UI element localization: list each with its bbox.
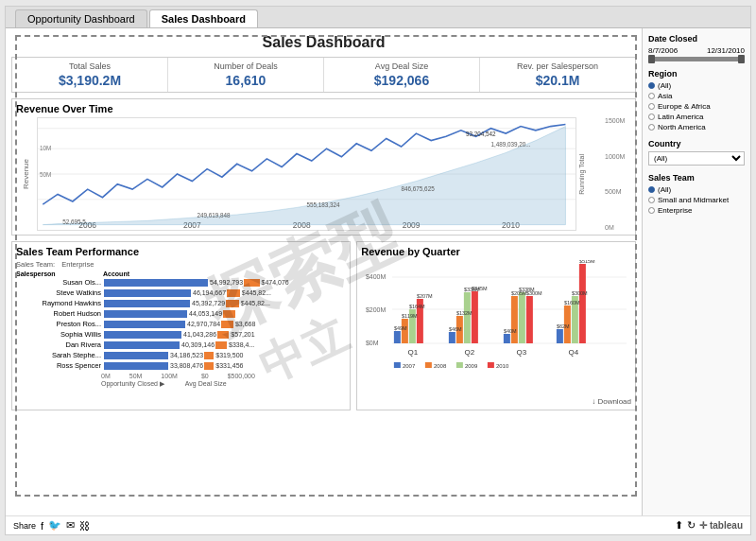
svg-text:$46M: $46M [449, 326, 462, 332]
bar-group: 40,309,146 $338,4... [104, 341, 254, 349]
region-asia[interactable]: Asia [648, 92, 745, 100]
table-row: Raymond Hawkins 45,392,729 $445,82... [16, 299, 346, 307]
avg-deal-bar [204, 352, 214, 359]
svg-text:$300M: $300M [526, 290, 542, 296]
date-range: 8/7/2006 12/31/2010 [648, 46, 745, 55]
svg-text:249,619,848: 249,619,848 [198, 212, 232, 218]
avg-deal-value: $445,82... [242, 289, 271, 296]
kpi-total-sales: Total Sales $3,190.2M [12, 58, 168, 92]
svg-text:$49M: $49M [394, 325, 407, 331]
salesperson-name: Preston Ros... [16, 320, 101, 328]
region-asia-label: Asia [658, 92, 673, 100]
download-btn[interactable]: ↓ Download [361, 397, 631, 406]
kpi-deals: Number of Deals 16,610 [168, 58, 324, 92]
svg-text:$400M: $400M [366, 273, 387, 280]
region-all[interactable]: (All) [648, 81, 745, 90]
region-north[interactable]: North America [648, 123, 745, 131]
y-axis-revenue: Revenue [16, 117, 37, 231]
sales-team-filter-section: Sales Team (All) Small and Midmarket Ent… [648, 173, 745, 215]
kpi-rev-person: Rev. per Salesperson $20.1M [480, 58, 635, 92]
sidebar: Date Closed 8/7/2006 12/31/2010 Region (… [642, 28, 750, 533]
region-label: Region [648, 69, 745, 79]
opportunity-bar [104, 362, 168, 370]
salesperson-name: Sophia Willis [16, 330, 101, 339]
svg-text:$40M: $40M [504, 328, 517, 334]
revenue-by-quarter-section: Revenue by Quarter $400M $200M $0M [356, 241, 636, 410]
email-icon[interactable]: ✉ [66, 519, 75, 532]
opportunity-value: 41,043,286 [183, 331, 216, 338]
region-latin[interactable]: Latin America [648, 113, 745, 121]
svg-text:2009: 2009 [465, 363, 478, 369]
country-section: Country (All) [648, 139, 745, 166]
region-section: Region (All) Asia Europe & Africa Latin … [648, 69, 745, 131]
opportunity-bar [104, 341, 180, 349]
revenue-section-title: Revenue Over Time [16, 103, 631, 114]
country-select[interactable]: (All) [648, 151, 745, 166]
avg-deal-value: $331,456 [215, 362, 243, 369]
bar-group: 45,392,729 $445,82... [104, 300, 270, 307]
st-enterprise[interactable]: Enterprise [648, 206, 745, 215]
y-axis-revenue-label: Revenue [22, 159, 30, 189]
svg-rect-55 [579, 264, 586, 343]
region-all-label: (All) [658, 81, 671, 90]
svg-rect-26 [402, 319, 408, 343]
svg-text:Q4: Q4 [569, 348, 579, 357]
slider-thumb-right[interactable] [738, 55, 745, 63]
svg-rect-43 [504, 334, 510, 343]
facebook-icon[interactable]: f [41, 520, 43, 532]
upload-icon[interactable]: ⬆ [675, 519, 683, 532]
kpi-deals-value: 16,610 [170, 73, 321, 88]
opportunity-value: 44,053,149 [189, 310, 222, 317]
opportunity-value: 33,808,476 [170, 362, 203, 369]
bar-group: 44,053,149 [104, 310, 237, 318]
table-row: Sophia Willis 41,043,286 $57,201 [16, 330, 346, 339]
date-closed-label: Date Closed [648, 34, 745, 44]
country-label: Country [648, 139, 745, 148]
opportunity-value: 46,194,667 [193, 289, 226, 296]
avg-deal-value: $338,4... [229, 341, 254, 348]
kpi-avg-deal-label: Avg Deal Size [326, 61, 477, 71]
st-smb[interactable]: Small and Midmarket [648, 196, 745, 204]
opportunity-value: 42,970,784 [187, 321, 220, 327]
sales-team-title: Sales Team Performance [16, 246, 346, 257]
avg-deal-bar [223, 310, 235, 318]
svg-text:$132M: $132M [456, 310, 472, 316]
svg-text:$0M: $0M [366, 340, 379, 346]
svg-text:93,204,542: 93,204,542 [466, 131, 496, 137]
date-slider[interactable] [648, 57, 745, 61]
st-enterprise-radio [648, 207, 655, 214]
twitter-icon[interactable]: 🐦 [48, 519, 61, 532]
bar-group: 41,043,286 $57,201 [104, 331, 255, 339]
st-all-radio [648, 186, 655, 193]
link-icon[interactable]: ⛓ [79, 520, 90, 532]
kpi-rev-person-label: Rev. per Salesperson [482, 61, 633, 71]
svg-text:$160M: $160M [564, 300, 580, 305]
svg-text:$300M: $300M [572, 290, 588, 296]
sales-team-section: Sales Team Performance Sales Team: Enter… [11, 241, 351, 410]
avg-deal-value: $445,82... [241, 300, 270, 306]
revenue-chart-container: Revenue 2006 2007 2008 [16, 117, 631, 231]
refresh-icon[interactable]: ↻ [687, 519, 696, 532]
salesperson-name: Dan Rivera [16, 340, 101, 349]
st-all[interactable]: (All) [648, 185, 745, 194]
avg-deal-bar [227, 289, 240, 297]
date-closed-section: Date Closed 8/7/2006 12/31/2010 [648, 34, 745, 61]
slider-thumb-left[interactable] [648, 55, 655, 63]
svg-text:2007: 2007 [403, 363, 416, 369]
tab-opportunity[interactable]: Opportunity Dashboard [15, 9, 147, 27]
revenue-svg: 2006 2007 2008 2009 2010 93,204,542 [38, 118, 576, 230]
y2-label: Running Total [578, 154, 585, 195]
region-europe[interactable]: Europe & Africa [648, 102, 745, 111]
avg-deal-bar [204, 362, 214, 370]
svg-rect-34 [449, 332, 455, 343]
svg-rect-45 [519, 292, 525, 343]
opportunity-bar [104, 300, 190, 307]
revenue-line-chart: 2006 2007 2008 2009 2010 93,204,542 [37, 117, 576, 231]
svg-rect-46 [526, 296, 533, 343]
tab-sales[interactable]: Sales Dashboard [149, 9, 258, 27]
kpi-total-sales-value: $3,190.2M [14, 73, 165, 88]
kpi-avg-deal-value: $192,066 [326, 73, 477, 88]
svg-text:555,183,324: 555,183,324 [307, 201, 341, 208]
svg-text:Q3: Q3 [517, 348, 527, 357]
bar-chart-headers: Salesperson Account [16, 270, 346, 277]
